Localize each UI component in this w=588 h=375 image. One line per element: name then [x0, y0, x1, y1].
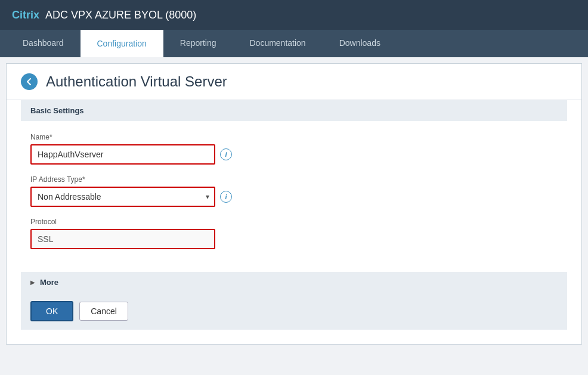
cancel-button[interactable]: Cancel [79, 302, 128, 321]
ip-address-type-field-group: IP Address Type* Non Addressable IPv4 IP… [30, 175, 558, 207]
nav-item-configuration[interactable]: Configuration [81, 30, 163, 57]
protocol-field-row [30, 229, 558, 249]
name-field-group: Name* i [30, 133, 558, 165]
name-info-icon[interactable]: i [220, 148, 232, 160]
name-input[interactable] [30, 144, 215, 165]
ip-address-type-label: IP Address Type* [30, 175, 558, 184]
nav-item-dashboard[interactable]: Dashboard [6, 30, 81, 57]
nav-item-downloads[interactable]: Downloads [323, 30, 397, 57]
back-button[interactable] [21, 73, 38, 90]
header-title: Citrix ADC VPX AZURE BYOL (8000) [12, 9, 196, 21]
brand-name: Citrix [12, 9, 39, 21]
ip-address-type-select-wrapper: Non Addressable IPv4 IPv6 ▾ [30, 187, 215, 207]
app-header: Citrix ADC VPX AZURE BYOL (8000) [0, 0, 588, 30]
basic-settings-section: Basic Settings Name* i IP Address Type* [21, 100, 567, 272]
protocol-field-group: Protocol [30, 218, 558, 249]
app-title: ADC VPX AZURE BYOL (8000) [45, 9, 196, 21]
page-header: Authentication Virtual Server [7, 64, 581, 100]
protocol-label: Protocol [30, 218, 558, 226]
content-wrapper: Authentication Virtual Server Basic Sett… [6, 63, 582, 345]
nav-item-reporting[interactable]: Reporting [163, 30, 233, 57]
ip-address-type-select[interactable]: Non Addressable IPv4 IPv6 [30, 187, 215, 207]
section-body: Name* i IP Address Type* Non Addressable… [21, 121, 567, 272]
nav-item-documentation[interactable]: Documentation [233, 30, 322, 57]
form-footer: OK Cancel [21, 293, 567, 330]
more-chevron-right-icon: ▶ [30, 279, 35, 286]
ip-address-type-info-icon[interactable]: i [220, 191, 232, 203]
more-label: More [40, 278, 58, 287]
page-title: Authentication Virtual Server [46, 73, 227, 90]
ip-address-type-field-row: Non Addressable IPv4 IPv6 ▾ i [30, 187, 558, 207]
ok-button[interactable]: OK [30, 301, 73, 321]
main-nav: Dashboard Configuration Reporting Docume… [0, 30, 588, 57]
name-label: Name* [30, 133, 558, 141]
protocol-input[interactable] [30, 229, 215, 249]
more-section[interactable]: ▶ More [21, 272, 567, 293]
form-container: Basic Settings Name* i IP Address Type* [7, 100, 581, 344]
name-field-row: i [30, 144, 558, 165]
section-header-basic-settings: Basic Settings [21, 100, 567, 121]
